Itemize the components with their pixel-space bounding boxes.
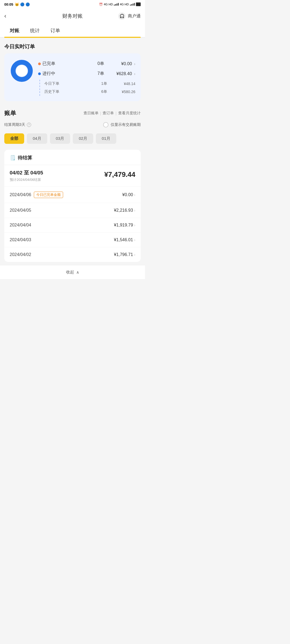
info-icon[interactable]: ? xyxy=(27,123,31,127)
emoji-icon-3: 🔵 xyxy=(26,2,30,6)
date-arrow-2: › xyxy=(134,223,135,227)
sub-rows: 今日下单 1单 ¥48.14 历史下单 6单 ¥580.26 xyxy=(39,80,135,96)
settlement-summary-row: 04/02 至 04/05 预计2024/04/06结算 ¥7,479.44 xyxy=(4,165,141,187)
today-order-label: 今日下单 xyxy=(44,81,97,86)
today-order-count: 1单 xyxy=(99,81,110,86)
date-text-3: 2024/04/03 xyxy=(10,237,31,242)
pending-label: 待结算 xyxy=(18,155,32,161)
alarm-icon: ⏰ xyxy=(99,3,103,6)
svg-point-1 xyxy=(16,65,27,76)
signal-label-1: 4G HD xyxy=(104,3,113,6)
header: ‹ 财务对账 🎧 商户通 xyxy=(0,9,145,24)
month-01-button[interactable]: 01月 xyxy=(96,133,116,144)
tab-orders[interactable]: 订单 xyxy=(45,24,66,37)
inprogress-stat-row[interactable]: 进行中 7单 ¥628.40 › xyxy=(38,69,135,79)
month-04-button[interactable]: 04月 xyxy=(27,133,47,144)
settlement-total-amount: ¥7,479.44 xyxy=(104,170,135,179)
today-orders-title: 今日实时订单 xyxy=(0,38,145,53)
emoji-icon-1: 🐱 xyxy=(15,2,19,6)
month-filter: 全部 04月 03月 02月 01月 xyxy=(0,131,145,148)
settlement-period-row: 结算周期3天 ? xyxy=(4,122,31,127)
signal-label-2: 4G HD xyxy=(120,3,129,6)
today-order-sub-row: 今日下单 1单 ¥48.14 xyxy=(44,80,135,88)
month-all-button[interactable]: 全部 xyxy=(4,133,24,144)
status-right: ⏰ 4G HD 4G HD 31 xyxy=(99,2,141,6)
date-row-0[interactable]: 2024/04/06 今日已完单金额 ¥0.00 › xyxy=(4,187,141,203)
date-text-1: 2024/04/05 xyxy=(10,208,31,213)
collapse-label: 收起 xyxy=(66,270,74,275)
today-order-amount: ¥48.14 xyxy=(111,82,135,86)
headset-icon: 🎧 xyxy=(119,14,125,19)
date-amount-1: ¥2,216.93 xyxy=(114,208,133,213)
emoji-icon-2: 🔵 xyxy=(20,2,24,6)
inprogress-amount: ¥628.40 xyxy=(108,71,132,76)
date-amount-4: ¥1,796.71 xyxy=(114,252,133,257)
signal-bars-2 xyxy=(130,3,135,6)
merchant-button[interactable]: 商户通 xyxy=(128,13,141,19)
date-arrow-3: › xyxy=(134,238,135,242)
bill-title: 账单 xyxy=(4,109,16,117)
history-order-count: 6单 xyxy=(99,89,110,94)
view-monthly-stats-button[interactable]: 查看月度统计 xyxy=(118,111,141,116)
collapse-icon: ∧ xyxy=(76,270,79,275)
history-order-label: 历史下单 xyxy=(44,89,97,94)
inprogress-count: 7单 xyxy=(95,71,106,76)
date-row-4[interactable]: 2024/04/02 ¥1,796.71 › xyxy=(4,247,141,262)
bill-header: 账单 查日账单 | 查订单 | 查看月度统计 xyxy=(0,104,145,120)
date-text-4: 2024/04/02 xyxy=(10,252,31,257)
order-card: 已完单 0单 ¥0.00 › 进行中 7单 ¥628.40 › 今日下单 1单 … xyxy=(4,53,141,101)
date-row-1[interactable]: 2024/04/05 ¥2,216.93 › xyxy=(4,203,141,218)
toggle-radio[interactable] xyxy=(103,122,108,127)
date-row-2[interactable]: 2024/04/04 ¥1,919.79 › xyxy=(4,218,141,233)
order-stats: 已完单 0单 ¥0.00 › 进行中 7单 ¥628.40 › 今日下单 1单 … xyxy=(38,59,135,96)
tabs-container: 对账 统计 订单 xyxy=(0,24,145,38)
date-arrow-0: › xyxy=(134,193,135,197)
month-03-button[interactable]: 03月 xyxy=(50,133,70,144)
view-orders-button[interactable]: 查订单 xyxy=(103,111,114,116)
toggle-group: 仅显示有交易账期 xyxy=(103,122,141,127)
inprogress-label: 进行中 xyxy=(42,71,94,76)
history-order-amount: ¥580.26 xyxy=(111,90,135,94)
headset-button[interactable]: 🎧 xyxy=(118,12,126,20)
date-text-0: 2024/04/06 xyxy=(10,192,31,197)
month-02-button[interactable]: 02月 xyxy=(73,133,93,144)
battery-indicator: 31 xyxy=(136,2,141,6)
completed-label: 已完单 xyxy=(42,61,94,67)
bill-card-header: 🗒️ 待结算 xyxy=(4,150,141,165)
donut-chart xyxy=(10,59,34,83)
toggle-label: 仅显示有交易账期 xyxy=(111,122,141,127)
date-amount-3: ¥1,546.01 xyxy=(114,237,133,242)
page-title: 财务对账 xyxy=(62,13,83,20)
status-bar: 00:05 🐱 🔵 🔵 ⏰ 4G HD 4G HD 31 xyxy=(0,0,145,9)
signal-bars-1 xyxy=(114,3,119,6)
completed-dot xyxy=(38,63,41,65)
date-amount-0: ¥0.00 xyxy=(122,192,133,197)
tab-statistics[interactable]: 统计 xyxy=(25,24,45,37)
completed-stat-row[interactable]: 已完单 0单 ¥0.00 › xyxy=(38,59,135,69)
view-daily-bill-button[interactable]: 查日账单 xyxy=(84,111,99,116)
bill-actions: 查日账单 | 查订单 | 查看月度统计 xyxy=(84,111,141,116)
date-row-3[interactable]: 2024/04/03 ¥1,546.01 › xyxy=(4,233,141,247)
back-button[interactable]: ‹ xyxy=(4,13,6,20)
settlement-date-range: 04/02 至 04/05 xyxy=(10,169,43,176)
date-arrow-1: › xyxy=(134,208,135,213)
collapse-button[interactable]: 收起 ∧ xyxy=(0,265,145,279)
date-amount-2: ¥1,919.79 xyxy=(114,223,133,228)
completed-arrow: › xyxy=(134,62,135,66)
pending-icon: 🗒️ xyxy=(10,155,16,161)
inprogress-dot xyxy=(38,72,41,75)
inprogress-arrow: › xyxy=(134,72,135,76)
settlement-estimate: 预计2024/04/06结算 xyxy=(10,177,43,182)
completed-amount: ¥0.00 xyxy=(108,61,132,66)
date-arrow-4: › xyxy=(134,253,135,257)
status-time: 00:05 xyxy=(4,2,13,6)
settlement-info: 结算周期3天 ? 仅显示有交易账期 xyxy=(0,120,145,131)
bill-card: 🗒️ 待结算 04/02 至 04/05 预计2024/04/06结算 ¥7,4… xyxy=(4,150,141,262)
settlement-period-text: 结算周期3天 xyxy=(4,122,25,127)
completed-count: 0单 xyxy=(95,61,106,67)
date-badge-0: 今日已完单金额 xyxy=(34,192,63,198)
tab-reconcile[interactable]: 对账 xyxy=(4,24,25,37)
history-order-sub-row: 历史下单 6单 ¥580.26 xyxy=(44,88,135,96)
date-text-2: 2024/04/04 xyxy=(10,223,31,228)
